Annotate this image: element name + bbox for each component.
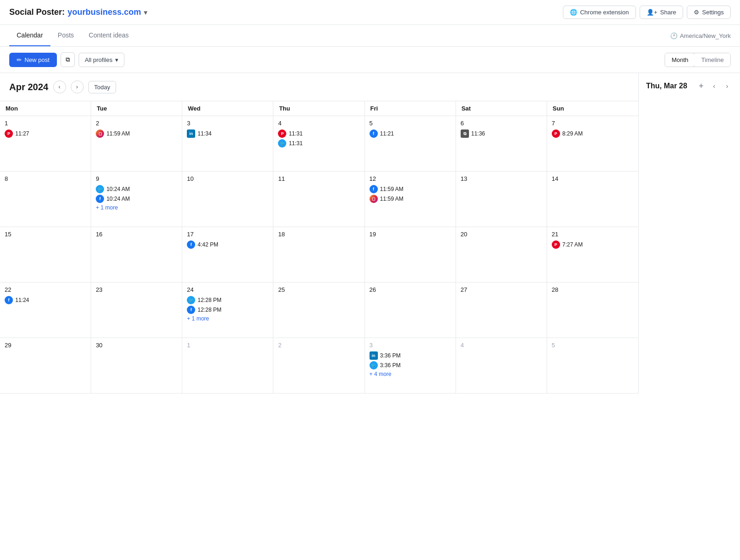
calendar-prev-button[interactable]: ‹ xyxy=(53,80,66,93)
settings-button[interactable]: ⚙ Settings xyxy=(687,6,731,19)
calendar-event[interactable]: f 4:42 PM xyxy=(187,240,268,249)
tab-calendar[interactable]: Calendar xyxy=(9,25,50,46)
facebook-icon: f xyxy=(96,195,104,203)
calendar-cell[interactable]: 13 xyxy=(456,172,547,227)
calendar-event[interactable]: ⧉ 11:36 xyxy=(461,129,542,138)
calendar-cell[interactable]: 2 ◻ 11:59 AM xyxy=(91,116,182,172)
toolbar-left: ✏ New post ⧉ All profiles ▾ xyxy=(9,52,124,67)
calendar-cell[interactable]: 17 f 4:42 PM xyxy=(182,227,273,283)
calendar-cell[interactable]: 10 xyxy=(182,172,273,227)
calendar-cell[interactable]: 27 xyxy=(456,283,547,338)
calendar-cell[interactable]: 2 xyxy=(273,338,364,394)
more-events-link[interactable]: + 1 more xyxy=(96,204,177,211)
calendar-cell[interactable]: 28 xyxy=(547,283,638,338)
calendar-day-headers: Mon Tue Wed Thu Fri Sat Sun xyxy=(0,101,638,116)
new-post-button[interactable]: ✏ New post xyxy=(9,53,57,67)
calendar-cell[interactable]: 30 xyxy=(91,338,182,394)
right-panel-add-button[interactable]: + xyxy=(696,80,707,92)
calendar-event[interactable]: 🐦 12:28 PM xyxy=(187,296,268,304)
cell-date: 10 xyxy=(187,175,268,182)
calendar-cell[interactable]: 3 in 3:36 PM 🐦 3:36 PM + 4 more xyxy=(365,338,456,394)
calendar-event[interactable]: 🐦 3:36 PM xyxy=(370,361,451,369)
calendar-cell[interactable]: 19 xyxy=(365,227,456,283)
calendar-cell[interactable]: 1 xyxy=(182,338,273,394)
calendar-event[interactable]: f 11:59 AM xyxy=(370,185,451,193)
calendar-event[interactable]: in 3:36 PM xyxy=(370,351,451,360)
calendar-cell[interactable]: 15 xyxy=(0,227,91,283)
tab-content-ideas[interactable]: Content ideas xyxy=(81,25,136,46)
calendar-event[interactable]: f 11:21 xyxy=(370,129,451,138)
chrome-extension-button[interactable]: 🌐 Chrome extension xyxy=(563,6,636,19)
event-time: 11:36 xyxy=(471,130,485,137)
more-events-link[interactable]: + 1 more xyxy=(187,315,268,322)
calendar-cell[interactable]: 25 xyxy=(273,283,364,338)
event-time: 8:29 AM xyxy=(562,130,583,137)
calendar-event[interactable]: P 11:31 xyxy=(278,129,359,138)
twitter-icon: 🐦 xyxy=(96,185,104,193)
share-button[interactable]: 👤+ Share xyxy=(640,6,683,19)
calendar-cell[interactable]: 12 f 11:59 AM ◻ 11:59 AM xyxy=(365,172,456,227)
calendar-cell[interactable]: 5 f 11:21 xyxy=(365,116,456,172)
linkedin-icon: in xyxy=(187,129,195,138)
calendar-grid: 1 P 11:27 2 ◻ 11:59 AM 3 in 11:34 4 P 11… xyxy=(0,116,638,394)
instagram-icon: ◻ xyxy=(370,195,378,203)
facebook-icon: f xyxy=(370,185,378,193)
calendar-event[interactable]: f 12:28 PM xyxy=(187,306,268,314)
more-events-link[interactable]: + 4 more xyxy=(370,371,451,377)
pencil-icon: ✏ xyxy=(17,56,22,63)
cell-date: 23 xyxy=(96,286,177,293)
calendar-event[interactable]: P 8:29 AM xyxy=(552,129,634,138)
calendar-cell[interactable]: 4 xyxy=(456,338,547,394)
calendar-event[interactable]: P 11:27 xyxy=(5,129,86,138)
cell-date: 16 xyxy=(96,231,177,238)
calendar-cell[interactable]: 5 xyxy=(547,338,638,394)
profiles-dropdown[interactable]: All profiles ▾ xyxy=(79,53,124,67)
event-time: 12:28 PM xyxy=(197,307,221,313)
cell-date: 5 xyxy=(552,342,634,349)
calendar-cell[interactable]: 18 xyxy=(273,227,364,283)
month-view-button[interactable]: Month xyxy=(665,53,695,67)
brand-domain[interactable]: yourbusiness.com xyxy=(68,7,141,17)
calendar-cell[interactable]: 24 🐦 12:28 PM f 12:28 PM + 1 more xyxy=(182,283,273,338)
cell-date: 4 xyxy=(461,342,542,349)
calendar-cell[interactable]: 16 xyxy=(91,227,182,283)
calendar-event[interactable]: f 11:24 xyxy=(5,296,86,304)
calendar-cell[interactable]: 9 🐦 10:24 AM f 10:24 AM + 1 more xyxy=(91,172,182,227)
calendar-event[interactable]: 🐦 10:24 AM xyxy=(96,185,177,193)
timeline-view-button[interactable]: Timeline xyxy=(695,53,730,67)
calendar-event[interactable]: ◻ 11:59 AM xyxy=(96,129,177,138)
brand-dropdown-arrow[interactable]: ▾ xyxy=(144,9,147,16)
calendar-cell[interactable]: 11 xyxy=(273,172,364,227)
calendar-cell[interactable]: 8 xyxy=(0,172,91,227)
calendar-next-button[interactable]: › xyxy=(71,80,84,93)
today-button[interactable]: Today xyxy=(88,81,117,93)
calendar-cell[interactable]: 6 ⧉ 11:36 xyxy=(456,116,547,172)
calendar-cell[interactable]: 20 xyxy=(456,227,547,283)
right-panel-next-button[interactable]: › xyxy=(722,80,733,92)
calendar-event[interactable]: f 10:24 AM xyxy=(96,195,177,203)
event-time: 3:36 PM xyxy=(380,352,401,359)
copy-icon-button[interactable]: ⧉ xyxy=(61,52,75,67)
right-panel-header: Thu, Mar 28 + ‹ › xyxy=(646,80,733,92)
calendar-cell[interactable]: 7 P 8:29 AM xyxy=(547,116,638,172)
calendar-cell[interactable]: 4 P 11:31 🐦 11:31 xyxy=(273,116,364,172)
calendar-cell[interactable]: 26 xyxy=(365,283,456,338)
calendar-event[interactable]: in 11:34 xyxy=(187,129,268,138)
calendar-cell[interactable]: 14 xyxy=(547,172,638,227)
nav-tabs: Calendar Posts Content ideas 🕐 America/N… xyxy=(0,25,740,47)
event-time: 11:31 xyxy=(289,130,302,137)
calendar-cell[interactable]: 22 f 11:24 xyxy=(0,283,91,338)
calendar-cell[interactable]: 23 xyxy=(91,283,182,338)
calendar-cell[interactable]: 3 in 11:34 xyxy=(182,116,273,172)
calendar-cell[interactable]: 1 P 11:27 xyxy=(0,116,91,172)
calendar-cell[interactable]: 29 xyxy=(0,338,91,394)
calendar-cell[interactable]: 21 P 7:27 AM xyxy=(547,227,638,283)
right-panel-prev-button[interactable]: ‹ xyxy=(709,80,720,92)
buffer-icon: ⧉ xyxy=(461,129,469,138)
event-time: 11:21 xyxy=(380,130,394,137)
calendar-event[interactable]: ◻ 11:59 AM xyxy=(370,195,451,203)
pinterest-icon: P xyxy=(552,240,560,249)
calendar-event[interactable]: 🐦 11:31 xyxy=(278,139,359,148)
calendar-event[interactable]: P 7:27 AM xyxy=(552,240,634,249)
tab-posts[interactable]: Posts xyxy=(50,25,81,46)
